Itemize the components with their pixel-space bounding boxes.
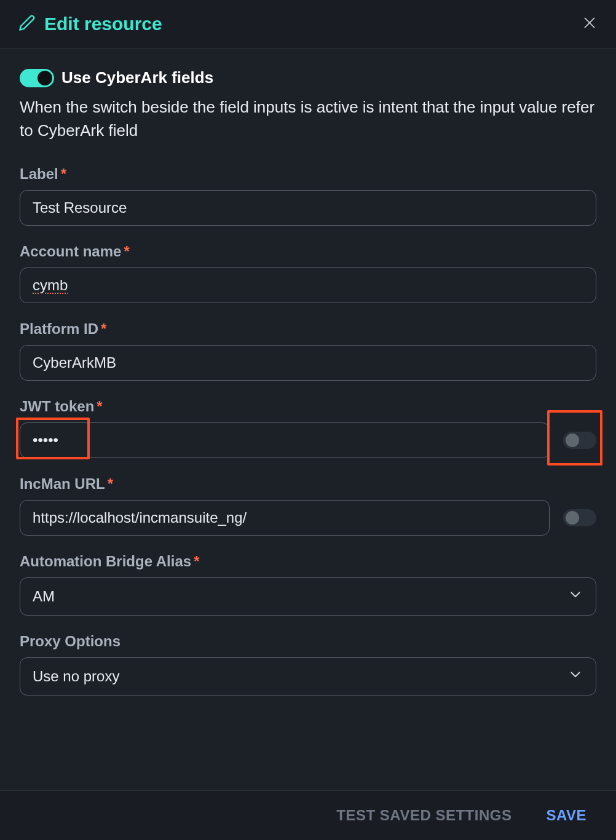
test-saved-settings-button[interactable]: TEST SAVED SETTINGS — [336, 807, 511, 824]
edit-icon — [18, 14, 36, 34]
modal-title: Edit resource — [44, 14, 582, 34]
proxy-caption: Proxy Options — [20, 633, 596, 650]
required-marker: * — [101, 320, 106, 337]
required-marker: * — [61, 165, 66, 182]
required-marker: * — [108, 475, 113, 492]
label-caption: Label* — [20, 165, 596, 183]
use-cyberark-row: Use CyberArk fields — [20, 68, 596, 87]
close-icon — [582, 22, 598, 33]
incman-cyberark-toggle[interactable] — [563, 509, 596, 526]
edit-resource-modal: Edit resource Use CyberArk fields When t… — [0, 0, 616, 840]
platform-id-input[interactable] — [20, 345, 596, 381]
proxy-select[interactable]: Use no proxy — [20, 657, 596, 695]
save-button[interactable]: SAVE — [546, 807, 586, 824]
jwt-cyberark-toggle[interactable] — [563, 432, 596, 449]
modal-body: Use CyberArk fields When the switch besi… — [0, 49, 616, 790]
required-marker: * — [194, 553, 199, 569]
chevron-down-icon — [567, 587, 583, 606]
cyberark-help-text: When the switch beside the field inputs … — [20, 96, 596, 142]
incman-input[interactable] — [20, 500, 550, 536]
close-button[interactable] — [582, 15, 598, 33]
field-jwt-token: JWT token* — [20, 398, 596, 458]
proxy-select-value: Use no proxy — [33, 668, 119, 685]
account-name-input[interactable]: cymb — [20, 267, 596, 303]
required-marker: * — [124, 243, 129, 260]
field-label: Label* — [20, 165, 596, 226]
field-platform-id: Platform ID* — [20, 320, 596, 381]
account-name-caption: Account name* — [20, 243, 596, 260]
chevron-down-icon — [567, 667, 583, 686]
field-incman-url: IncMan URL* — [20, 475, 596, 536]
use-cyberark-label: Use CyberArk fields — [61, 68, 213, 87]
jwt-input[interactable] — [20, 422, 550, 458]
use-cyberark-toggle[interactable] — [20, 69, 54, 87]
field-proxy-options: Proxy Options Use no proxy — [20, 633, 596, 695]
bridge-select[interactable]: AM — [20, 577, 596, 616]
required-marker: * — [97, 398, 102, 414]
bridge-select-value: AM — [33, 588, 55, 605]
modal-footer: TEST SAVED SETTINGS SAVE — [0, 790, 616, 840]
field-automation-bridge: Automation Bridge Alias* AM — [20, 553, 596, 616]
bridge-caption: Automation Bridge Alias* — [20, 553, 596, 570]
label-input[interactable] — [20, 190, 596, 226]
modal-header: Edit resource — [0, 0, 616, 49]
platform-id-caption: Platform ID* — [20, 320, 596, 338]
jwt-caption: JWT token* — [20, 398, 596, 415]
incman-caption: IncMan URL* — [20, 475, 596, 493]
field-account-name: Account name* cymb — [20, 243, 596, 303]
